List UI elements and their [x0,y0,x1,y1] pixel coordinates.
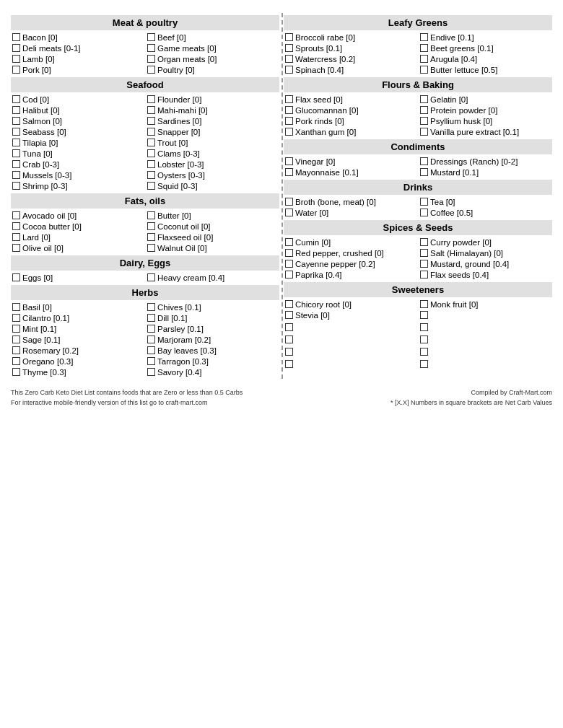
checkbox[interactable] [147,182,155,190]
checkbox-empty[interactable] [285,360,293,368]
checkbox[interactable] [147,117,155,125]
checkbox[interactable] [147,244,155,252]
checkbox[interactable] [420,157,428,165]
checkbox[interactable] [12,128,20,136]
checkbox-empty[interactable] [420,360,428,368]
checkbox[interactable] [12,55,20,63]
checkbox[interactable] [12,233,20,241]
checkbox[interactable] [147,66,155,74]
checkbox[interactable] [147,55,155,63]
checkbox[interactable] [420,238,428,246]
checkbox[interactable] [147,222,155,230]
checkbox[interactable] [420,209,428,216]
checkbox[interactable] [12,44,20,52]
checkbox[interactable] [12,336,20,343]
checkbox-empty[interactable] [285,323,293,331]
checkbox[interactable] [420,128,428,136]
checkbox[interactable] [285,95,293,103]
checkbox[interactable] [147,44,155,52]
checkbox[interactable] [285,55,293,63]
checkbox[interactable] [420,249,428,257]
checkbox[interactable] [285,128,293,136]
checkbox[interactable] [12,314,20,322]
checkbox[interactable] [12,106,20,114]
checkbox[interactable] [285,238,293,246]
checkbox[interactable] [420,44,428,52]
checkbox[interactable] [147,325,155,333]
checkbox[interactable] [147,211,155,219]
checkbox[interactable] [147,233,155,241]
checkbox-blank[interactable] [420,311,428,319]
checkbox[interactable] [147,336,155,343]
checkbox[interactable] [147,368,155,376]
checkbox[interactable] [12,303,20,311]
checkbox[interactable] [147,314,155,322]
checkbox[interactable] [147,357,155,365]
checkbox[interactable] [12,66,20,74]
checkbox[interactable] [285,271,293,279]
checkbox[interactable] [12,325,20,333]
checkbox[interactable] [285,198,293,206]
checkbox[interactable] [420,117,428,125]
checkbox[interactable] [12,357,20,365]
checkbox[interactable] [12,139,20,146]
checkbox[interactable] [12,117,20,125]
checkbox[interactable] [285,117,293,125]
checkbox-empty[interactable] [420,336,428,343]
checkbox[interactable] [420,300,428,308]
checkbox-empty[interactable] [420,348,428,356]
checkbox[interactable] [12,171,20,179]
checkbox[interactable] [285,33,293,41]
list-item: Protein powder [0] [419,105,552,115]
checkbox[interactable] [12,244,20,252]
checkbox[interactable] [147,303,155,311]
checkbox[interactable] [12,346,20,354]
checkbox[interactable] [420,198,428,206]
checkbox[interactable] [147,160,155,168]
checkbox[interactable] [285,66,293,74]
checkbox[interactable] [147,346,155,354]
checkbox[interactable] [12,182,20,190]
checkbox[interactable] [420,106,428,114]
checkbox[interactable] [12,149,20,157]
list-item: Vanilla pure extract [0.1] [419,126,552,137]
list-item: Gelatin [0] [419,94,552,105]
checkbox[interactable] [285,249,293,257]
checkbox[interactable] [285,157,293,165]
checkbox[interactable] [147,128,155,136]
checkbox[interactable] [12,368,20,376]
checkbox-empty[interactable] [285,348,293,356]
checkbox[interactable] [285,260,293,268]
checkbox-empty[interactable] [285,336,293,343]
checkbox[interactable] [147,33,155,41]
checkbox[interactable] [147,95,155,103]
checkbox[interactable] [12,160,20,168]
checkbox[interactable] [420,95,428,103]
checkbox[interactable] [285,311,293,319]
checkbox[interactable] [147,171,155,179]
list-item: Arugula [0.4] [419,53,552,64]
checkbox[interactable] [147,273,155,281]
checkbox[interactable] [285,168,293,176]
footer-right: Compiled by Craft-Mart.com* [X.X] Number… [284,387,552,408]
checkbox[interactable] [12,211,20,219]
checkbox[interactable] [420,168,428,176]
checkbox[interactable] [420,55,428,63]
checkbox[interactable] [147,106,155,114]
checkbox[interactable] [12,95,20,103]
checkbox[interactable] [12,222,20,230]
checkbox[interactable] [420,66,428,74]
checkbox-empty[interactable] [420,323,428,331]
checkbox[interactable] [147,149,155,157]
checkbox[interactable] [420,260,428,268]
checkbox[interactable] [285,209,293,216]
checkbox[interactable] [285,106,293,114]
checkbox[interactable] [12,273,20,281]
checkbox[interactable] [420,271,428,279]
checkbox[interactable] [147,139,155,146]
checkbox[interactable] [285,300,293,308]
checkbox[interactable] [420,33,428,41]
checkbox[interactable] [285,44,293,52]
checkbox[interactable] [12,33,20,41]
list-item: Pork rinds [0] [284,115,417,126]
